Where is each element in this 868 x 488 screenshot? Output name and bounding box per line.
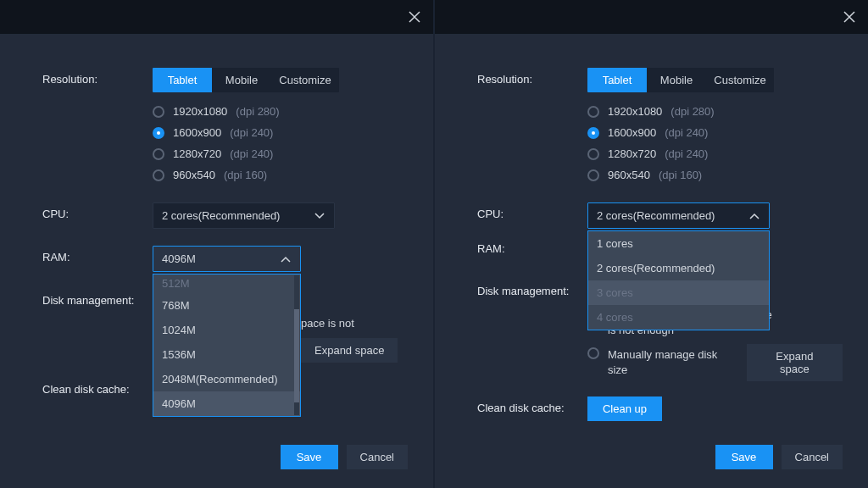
footer-buttons: Save Cancel — [281, 445, 408, 469]
close-icon[interactable] — [841, 8, 858, 25]
clean-up-button[interactable]: Clean up — [587, 396, 662, 421]
cpu-option[interactable]: 3 cores — [588, 280, 769, 305]
cpu-selected-value: 2 cores(Recommended) — [162, 209, 280, 222]
ram-label: RAM: — [42, 246, 153, 263]
cpu-label: CPU: — [42, 202, 153, 220]
cpu-row: CPU: 2 cores(Recommended) — [42, 202, 408, 229]
clean-label: Clean disk cache: — [477, 396, 587, 414]
resolution-controls: Tablet Mobile Customize 1920x1080 (dpi 2… — [153, 68, 408, 186]
radio-icon — [153, 169, 164, 181]
clean-controls: Clean up — [587, 396, 843, 421]
resolution-value: 1600x900 — [173, 126, 221, 139]
titlebar — [0, 0, 433, 34]
tab-tablet[interactable]: Tablet — [153, 68, 212, 92]
ram-option[interactable]: 2048M(Recommended) — [153, 367, 300, 391]
footer-buttons: Save Cancel — [715, 445, 843, 469]
resolution-option[interactable]: 1600x900 (dpi 240) — [587, 122, 843, 143]
radio-icon — [153, 127, 164, 139]
radio-icon — [153, 148, 164, 160]
scrollbar-thumb[interactable] — [294, 309, 299, 402]
cpu-dropdown-menu: 1 cores 2 cores(Recommended) 3 cores 4 c… — [587, 230, 770, 330]
cpu-option[interactable]: 2 cores(Recommended) — [588, 256, 769, 280]
ram-option[interactable]: 768M — [153, 293, 300, 318]
resolution-dpi: (dpi 160) — [224, 169, 267, 181]
scrollbar[interactable] — [294, 275, 299, 415]
tab-mobile[interactable]: Mobile — [647, 68, 706, 92]
resolution-controls: Tablet Mobile Customize 1920x1080 (dpi 2… — [587, 68, 843, 186]
ram-label: RAM: — [477, 237, 587, 255]
cpu-option[interactable]: 1 cores — [588, 231, 769, 256]
ram-row: RAM: 4096M 512M 768M 1024M 1536M 2048M(R… — [42, 246, 408, 272]
resolution-label: Resolution: — [477, 68, 587, 86]
disk-label: Disk management: — [42, 289, 153, 307]
tab-mobile[interactable]: Mobile — [212, 68, 271, 92]
disk-label: Disk management: — [477, 280, 587, 297]
resolution-tabs: Tablet Mobile Customize — [587, 68, 774, 92]
ram-option[interactable]: 1536M — [153, 342, 300, 367]
resolution-value: 960x540 — [608, 169, 650, 181]
ram-selected-value: 4096M — [162, 252, 196, 265]
resolution-value: 1920x1080 — [173, 105, 227, 118]
save-button[interactable]: Save — [281, 445, 338, 469]
resolution-row: Resolution: Tablet Mobile Customize 1920… — [42, 68, 408, 186]
settings-panel-left: Resolution: Tablet Mobile Customize 1920… — [0, 0, 433, 488]
save-button[interactable]: Save — [715, 445, 773, 469]
resolution-option[interactable]: 1280x720 (dpi 240) — [587, 143, 843, 164]
radio-icon — [587, 347, 599, 359]
resolution-option[interactable]: 1920x1080 (dpi 280) — [153, 101, 408, 122]
expand-space-button[interactable]: Expand space — [301, 338, 398, 363]
resolution-dpi: (dpi 240) — [665, 126, 708, 139]
resolution-option[interactable]: 960x540 (dpi 160) — [587, 164, 843, 186]
resolution-value: 1920x1080 — [608, 105, 662, 118]
cpu-row: CPU: 2 cores(Recommended) 1 cores 2 core… — [477, 202, 843, 229]
resolution-row: Resolution: Tablet Mobile Customize 1920… — [477, 68, 843, 186]
resolution-label: Resolution: — [42, 68, 153, 86]
resolution-option[interactable]: 1920x1080 (dpi 280) — [587, 101, 843, 122]
expand-space-button[interactable]: Expand space — [747, 344, 843, 381]
ram-option[interactable]: 512M — [153, 274, 300, 293]
ram-dropdown-menu: 512M 768M 1024M 1536M 2048M(Recommended)… — [153, 274, 301, 417]
tab-customize[interactable]: Customize — [706, 68, 774, 92]
resolution-options: 1920x1080 (dpi 280) 1600x900 (dpi 240) 1… — [587, 101, 843, 186]
settings-panel-right: Resolution: Tablet Mobile Customize 1920… — [435, 0, 868, 488]
resolution-dpi: (dpi 240) — [665, 147, 708, 160]
chevron-down-icon — [314, 210, 326, 222]
resolution-dpi: (dpi 240) — [230, 126, 273, 139]
resolution-dpi: (dpi 160) — [659, 169, 702, 181]
cancel-button[interactable]: Cancel — [782, 445, 843, 469]
cpu-option[interactable]: 4 cores — [588, 305, 769, 330]
chevron-up-icon — [280, 253, 292, 265]
tab-tablet[interactable]: Tablet — [587, 68, 647, 92]
chevron-up-icon — [748, 210, 760, 222]
clean-row: Clean disk cache: Clean up — [477, 396, 843, 421]
resolution-dpi: (dpi 280) — [670, 105, 714, 118]
cpu-dropdown[interactable]: 2 cores(Recommended) 1 cores 2 cores(Rec… — [587, 202, 770, 229]
disk-auto-text-partial: pace is not — [301, 289, 408, 331]
ram-option[interactable]: 4096M — [153, 391, 300, 416]
cpu-controls: 2 cores(Recommended) 1 cores 2 cores(Rec… — [587, 202, 843, 229]
cpu-dropdown[interactable]: 2 cores(Recommended) — [153, 202, 335, 229]
cpu-label: CPU: — [477, 202, 587, 220]
resolution-value: 1600x900 — [608, 126, 656, 139]
radio-icon — [587, 148, 599, 160]
ram-controls: 4096M 512M 768M 1024M 1536M 2048M(Recomm… — [153, 246, 408, 272]
resolution-dpi: (dpi 240) — [230, 147, 273, 160]
close-icon[interactable] — [406, 8, 423, 25]
resolution-options: 1920x1080 (dpi 280) 1600x900 (dpi 240) 1… — [153, 101, 408, 186]
cancel-button[interactable]: Cancel — [347, 445, 408, 469]
resolution-option[interactable]: 960x540 (dpi 160) — [153, 164, 408, 186]
resolution-value: 960x540 — [173, 169, 215, 181]
resolution-value: 1280x720 — [173, 147, 221, 160]
content-area: Resolution: Tablet Mobile Customize 1920… — [435, 34, 868, 488]
resolution-option[interactable]: 1600x900 (dpi 240) — [153, 122, 408, 143]
resolution-option[interactable]: 1280x720 (dpi 240) — [153, 143, 408, 164]
disk-manual-label: Manually manage disk size — [608, 347, 738, 378]
ram-option[interactable]: 1024M — [153, 318, 300, 342]
ram-dropdown[interactable]: 4096M 512M 768M 1024M 1536M 2048M(Recomm… — [153, 246, 301, 272]
tab-customize[interactable]: Customize — [271, 68, 339, 92]
titlebar — [435, 0, 868, 34]
disk-manual-option[interactable]: Manually manage disk size — [587, 345, 738, 380]
cpu-controls: 2 cores(Recommended) — [153, 202, 408, 229]
content-area: Resolution: Tablet Mobile Customize 1920… — [0, 34, 433, 488]
disk-manual-row: Manually manage disk size Expand space — [587, 344, 843, 381]
